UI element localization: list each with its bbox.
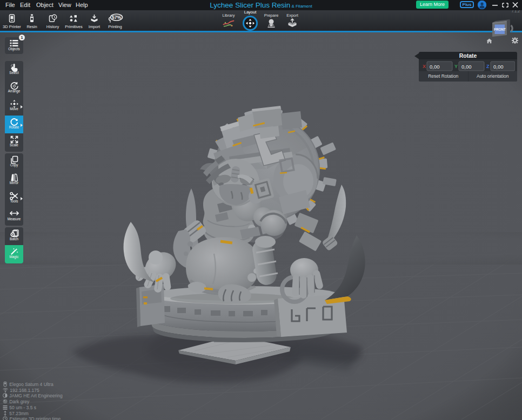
- svg-text:0,00: 0,00: [493, 64, 504, 70]
- svg-text:FRONT: FRONT: [494, 28, 506, 31]
- svg-text:0,00: 0,00: [461, 64, 472, 70]
- svg-text:Z: Z: [486, 64, 490, 69]
- svg-text:Y: Y: [454, 64, 458, 69]
- svg-text:0,00: 0,00: [430, 64, 440, 70]
- svg-text:X: X: [423, 64, 426, 69]
- svg-text:57%: 57%: [112, 15, 121, 20]
